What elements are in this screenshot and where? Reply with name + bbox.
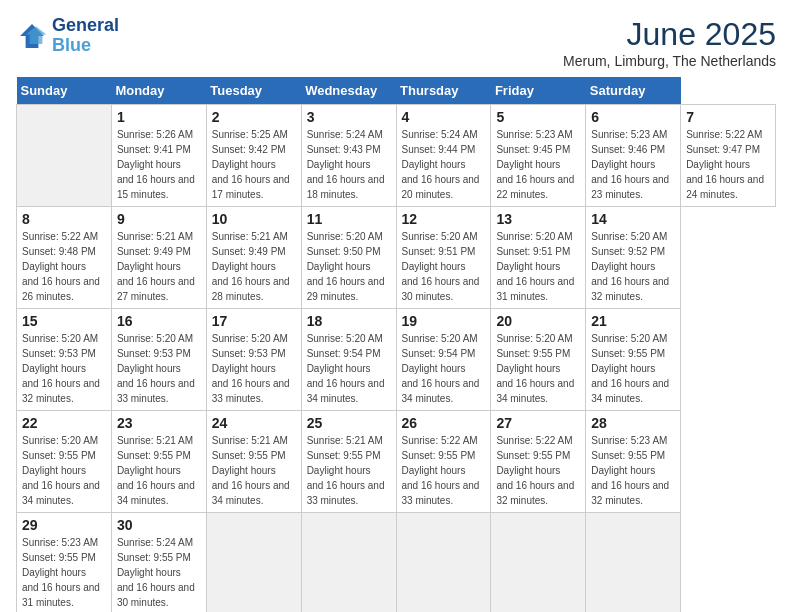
- day-number: 15: [22, 313, 106, 329]
- day-info: Sunrise: 5:21 AMSunset: 9:55 PMDaylight …: [117, 433, 201, 508]
- day-number: 13: [496, 211, 580, 227]
- day-info: Sunrise: 5:23 AMSunset: 9:55 PMDaylight …: [22, 535, 106, 610]
- day-info: Sunrise: 5:20 AMSunset: 9:55 PMDaylight …: [22, 433, 106, 508]
- calendar-day: 16Sunrise: 5:20 AMSunset: 9:53 PMDayligh…: [111, 309, 206, 411]
- title-area: June 2025 Merum, Limburg, The Netherland…: [563, 16, 776, 69]
- day-info: Sunrise: 5:20 AMSunset: 9:52 PMDaylight …: [591, 229, 675, 304]
- calendar-day: 29Sunrise: 5:23 AMSunset: 9:55 PMDayligh…: [17, 513, 112, 613]
- day-number: 17: [212, 313, 296, 329]
- calendar-day: 23Sunrise: 5:21 AMSunset: 9:55 PMDayligh…: [111, 411, 206, 513]
- day-info: Sunrise: 5:20 AMSunset: 9:54 PMDaylight …: [307, 331, 391, 406]
- calendar-day: 9Sunrise: 5:21 AMSunset: 9:49 PMDaylight…: [111, 207, 206, 309]
- day-number: 27: [496, 415, 580, 431]
- day-info: Sunrise: 5:24 AMSunset: 9:55 PMDaylight …: [117, 535, 201, 610]
- calendar-day: [301, 513, 396, 613]
- day-number: 29: [22, 517, 106, 533]
- day-info: Sunrise: 5:20 AMSunset: 9:55 PMDaylight …: [591, 331, 675, 406]
- day-header-friday: Friday: [491, 77, 586, 105]
- day-header-sunday: Sunday: [17, 77, 112, 105]
- day-header-thursday: Thursday: [396, 77, 491, 105]
- calendar-day: 21Sunrise: 5:20 AMSunset: 9:55 PMDayligh…: [586, 309, 681, 411]
- calendar-day: 2Sunrise: 5:25 AMSunset: 9:42 PMDaylight…: [206, 105, 301, 207]
- day-number: 24: [212, 415, 296, 431]
- day-number: 19: [402, 313, 486, 329]
- day-info: Sunrise: 5:22 AMSunset: 9:47 PMDaylight …: [686, 127, 770, 202]
- day-info: Sunrise: 5:20 AMSunset: 9:51 PMDaylight …: [496, 229, 580, 304]
- calendar-day: 27Sunrise: 5:22 AMSunset: 9:55 PMDayligh…: [491, 411, 586, 513]
- day-header-saturday: Saturday: [586, 77, 681, 105]
- day-info: Sunrise: 5:25 AMSunset: 9:42 PMDaylight …: [212, 127, 296, 202]
- day-info: Sunrise: 5:21 AMSunset: 9:49 PMDaylight …: [212, 229, 296, 304]
- day-header-tuesday: Tuesday: [206, 77, 301, 105]
- day-number: 18: [307, 313, 391, 329]
- calendar-week-5: 29Sunrise: 5:23 AMSunset: 9:55 PMDayligh…: [17, 513, 776, 613]
- day-number: 8: [22, 211, 106, 227]
- day-info: Sunrise: 5:23 AMSunset: 9:55 PMDaylight …: [591, 433, 675, 508]
- calendar-day: 19Sunrise: 5:20 AMSunset: 9:54 PMDayligh…: [396, 309, 491, 411]
- day-info: Sunrise: 5:20 AMSunset: 9:51 PMDaylight …: [402, 229, 486, 304]
- day-number: 20: [496, 313, 580, 329]
- day-info: Sunrise: 5:26 AMSunset: 9:41 PMDaylight …: [117, 127, 201, 202]
- calendar-week-2: 8Sunrise: 5:22 AMSunset: 9:48 PMDaylight…: [17, 207, 776, 309]
- logo: General Blue: [16, 16, 119, 56]
- calendar-body: 1Sunrise: 5:26 AMSunset: 9:41 PMDaylight…: [17, 105, 776, 613]
- calendar-day: 26Sunrise: 5:22 AMSunset: 9:55 PMDayligh…: [396, 411, 491, 513]
- calendar-header-row: SundayMondayTuesdayWednesdayThursdayFrid…: [17, 77, 776, 105]
- calendar-day: 17Sunrise: 5:20 AMSunset: 9:53 PMDayligh…: [206, 309, 301, 411]
- calendar-day: [17, 105, 112, 207]
- calendar-day: 6Sunrise: 5:23 AMSunset: 9:46 PMDaylight…: [586, 105, 681, 207]
- calendar-day: 11Sunrise: 5:20 AMSunset: 9:50 PMDayligh…: [301, 207, 396, 309]
- day-number: 14: [591, 211, 675, 227]
- day-info: Sunrise: 5:21 AMSunset: 9:55 PMDaylight …: [307, 433, 391, 508]
- day-number: 21: [591, 313, 675, 329]
- day-number: 28: [591, 415, 675, 431]
- calendar-day: 12Sunrise: 5:20 AMSunset: 9:51 PMDayligh…: [396, 207, 491, 309]
- calendar-week-4: 22Sunrise: 5:20 AMSunset: 9:55 PMDayligh…: [17, 411, 776, 513]
- day-number: 30: [117, 517, 201, 533]
- calendar-day: 14Sunrise: 5:20 AMSunset: 9:52 PMDayligh…: [586, 207, 681, 309]
- calendar-day: [586, 513, 681, 613]
- day-info: Sunrise: 5:24 AMSunset: 9:43 PMDaylight …: [307, 127, 391, 202]
- calendar-day: [206, 513, 301, 613]
- calendar-day: 4Sunrise: 5:24 AMSunset: 9:44 PMDaylight…: [396, 105, 491, 207]
- calendar-week-3: 15Sunrise: 5:20 AMSunset: 9:53 PMDayligh…: [17, 309, 776, 411]
- logo-icon: [16, 20, 48, 52]
- day-number: 7: [686, 109, 770, 125]
- month-title: June 2025: [563, 16, 776, 53]
- day-number: 2: [212, 109, 296, 125]
- day-number: 11: [307, 211, 391, 227]
- day-info: Sunrise: 5:20 AMSunset: 9:50 PMDaylight …: [307, 229, 391, 304]
- calendar-day: 3Sunrise: 5:24 AMSunset: 9:43 PMDaylight…: [301, 105, 396, 207]
- day-info: Sunrise: 5:20 AMSunset: 9:53 PMDaylight …: [117, 331, 201, 406]
- calendar-day: 10Sunrise: 5:21 AMSunset: 9:49 PMDayligh…: [206, 207, 301, 309]
- day-header-monday: Monday: [111, 77, 206, 105]
- day-info: Sunrise: 5:21 AMSunset: 9:55 PMDaylight …: [212, 433, 296, 508]
- calendar-day: 30Sunrise: 5:24 AMSunset: 9:55 PMDayligh…: [111, 513, 206, 613]
- calendar-day: 7Sunrise: 5:22 AMSunset: 9:47 PMDaylight…: [681, 105, 776, 207]
- day-number: 10: [212, 211, 296, 227]
- location-title: Merum, Limburg, The Netherlands: [563, 53, 776, 69]
- calendar-day: 18Sunrise: 5:20 AMSunset: 9:54 PMDayligh…: [301, 309, 396, 411]
- calendar-day: 20Sunrise: 5:20 AMSunset: 9:55 PMDayligh…: [491, 309, 586, 411]
- day-number: 3: [307, 109, 391, 125]
- calendar-day: 1Sunrise: 5:26 AMSunset: 9:41 PMDaylight…: [111, 105, 206, 207]
- calendar-table: SundayMondayTuesdayWednesdayThursdayFrid…: [16, 77, 776, 612]
- day-info: Sunrise: 5:20 AMSunset: 9:54 PMDaylight …: [402, 331, 486, 406]
- calendar-day: 5Sunrise: 5:23 AMSunset: 9:45 PMDaylight…: [491, 105, 586, 207]
- day-info: Sunrise: 5:22 AMSunset: 9:55 PMDaylight …: [496, 433, 580, 508]
- day-header-wednesday: Wednesday: [301, 77, 396, 105]
- day-number: 5: [496, 109, 580, 125]
- day-number: 16: [117, 313, 201, 329]
- calendar-day: 22Sunrise: 5:20 AMSunset: 9:55 PMDayligh…: [17, 411, 112, 513]
- calendar-day: 28Sunrise: 5:23 AMSunset: 9:55 PMDayligh…: [586, 411, 681, 513]
- day-info: Sunrise: 5:23 AMSunset: 9:45 PMDaylight …: [496, 127, 580, 202]
- calendar-day: 13Sunrise: 5:20 AMSunset: 9:51 PMDayligh…: [491, 207, 586, 309]
- day-info: Sunrise: 5:24 AMSunset: 9:44 PMDaylight …: [402, 127, 486, 202]
- day-number: 9: [117, 211, 201, 227]
- calendar-day: 8Sunrise: 5:22 AMSunset: 9:48 PMDaylight…: [17, 207, 112, 309]
- day-info: Sunrise: 5:23 AMSunset: 9:46 PMDaylight …: [591, 127, 675, 202]
- day-number: 12: [402, 211, 486, 227]
- logo-text: General Blue: [52, 16, 119, 56]
- day-info: Sunrise: 5:22 AMSunset: 9:48 PMDaylight …: [22, 229, 106, 304]
- day-number: 4: [402, 109, 486, 125]
